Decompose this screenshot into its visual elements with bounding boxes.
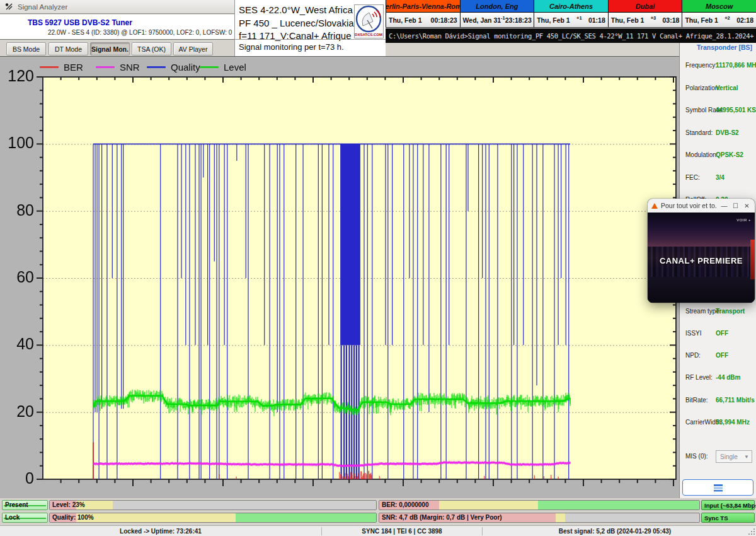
quality-bar-label: Quality: 100%	[52, 514, 94, 521]
field-label: Polarization:	[685, 84, 720, 91]
tab-signal-mon[interactable]: Signal Mon.	[90, 42, 130, 55]
snr-bar-label: SNR: 4,7 dB (Margin: 0,7 dB | Very Poor)	[382, 514, 502, 521]
best-signal-status: Best signal: 5,2 dB (2024-01-29 05:43)	[483, 526, 747, 536]
monitoring-header: SES 4-22.0°W_West Africa PF 450 _ Lucene…	[235, 0, 386, 56]
field-value: 11170,866 MHz	[716, 62, 756, 69]
statusbar: Locked -> Uptime: 73:26:41 SYNC 184 | TE…	[0, 525, 756, 536]
tuner-name: TBS 5927 USB DVB-S2 Tuner	[28, 18, 132, 27]
legend-swatch-level	[200, 66, 219, 68]
chevron-down-icon: ▼	[744, 454, 749, 460]
legend-swatch-ber	[40, 66, 59, 68]
sync-status: SYNC 184 | TEI 6 | CC 3898	[322, 526, 482, 536]
ber-bar: BER: 0,0000000	[379, 500, 700, 510]
field-value: QPSK-S2	[716, 151, 743, 158]
mis-value: Single	[720, 453, 738, 460]
field-value: OFF	[716, 352, 728, 359]
lock-badge: Lock	[2, 513, 48, 523]
resize-grip[interactable]	[748, 528, 755, 535]
ber-bar-label: BER: 0,0000000	[382, 501, 429, 508]
channel-branding: CANAL+ PREMIERE	[648, 256, 755, 265]
input-badge: Input (~63,84 Mbps)	[701, 500, 755, 510]
field-value: 44995,501 KS/s	[716, 107, 756, 114]
signal-chart-panel: BER SNR Quality Level	[0, 57, 679, 498]
level-bar: Level: 23%	[49, 500, 377, 510]
mode-tabs: BS Mode DT Mode Signal Mon. TSA (OK) AV …	[0, 40, 234, 56]
app-icon	[5, 3, 13, 11]
tab-av-player[interactable]: AV Player	[173, 42, 213, 55]
field-label: BitRate:	[685, 397, 708, 404]
clock-utc-offset: -1	[501, 15, 505, 25]
stream-list-button[interactable]	[682, 479, 753, 496]
signal-chart	[0, 57, 679, 498]
header-separator	[235, 39, 386, 40]
clock-date: Thu, Feb 1	[611, 16, 644, 24]
world-clocks: Berlin-Paris-Vienna-Roma Thu, Feb 100:18…	[386, 0, 756, 28]
legend-label-snr: SNR	[120, 62, 140, 73]
monitoring-subtitle: Signal monitoring per t=73 h.	[239, 42, 344, 52]
close-button[interactable]: ✕	[743, 202, 751, 209]
clock-time: 00:18:23	[431, 16, 457, 24]
vlc-cone-icon	[651, 203, 658, 209]
clock-dubai: Dubai Thu, Feb 1+303:18	[608, 0, 682, 28]
legend-label-ber: BER	[64, 62, 83, 73]
present-badge: Present	[2, 500, 48, 510]
field-label: Modulation:	[685, 151, 718, 158]
maximize-button[interactable]: ☐	[731, 202, 740, 209]
clock-city-label: London, Eng	[461, 0, 534, 13]
clock-time: 23:18:23	[505, 16, 532, 24]
clock-utc-offset: +3	[644, 15, 662, 25]
clock-utc-offset: +1	[570, 15, 588, 25]
vlc-window-title: Pour tout voir et to...	[661, 202, 717, 209]
field-label: FEC:	[685, 174, 700, 181]
app-titlebar[interactable]: Signal Analyzer	[0, 0, 234, 14]
quality-bar: Quality: 100%	[49, 513, 377, 523]
clock-city-label: Cairo-Athens	[534, 0, 608, 13]
clock-date: Thu, Feb 1	[685, 16, 718, 24]
clock-moscow: Moscow Thu, Feb 1+202:18	[682, 0, 756, 28]
transponder-title: Transponder [BS]	[697, 44, 752, 51]
field-label: ISSYI	[685, 330, 702, 337]
legend-label-quality: Quality	[171, 62, 200, 73]
vlc-video-area[interactable]: VOIR + CANAL+ PREMIERE	[648, 213, 755, 303]
clock-date: Thu, Feb 1	[389, 16, 422, 24]
clock-city-label: Moscow	[682, 0, 756, 13]
clock-utc-offset	[422, 18, 431, 22]
legend-label-level: Level	[224, 62, 246, 73]
field-value: Transport	[716, 308, 745, 315]
field-value: 66,711 Mbit/s	[716, 397, 755, 404]
field-value: 3/4	[716, 174, 724, 181]
field-value: Vertical	[716, 84, 738, 91]
clock-time: 02:18	[736, 16, 753, 24]
clock-utc-offset: +2	[718, 15, 736, 25]
field-label: Frequency:	[685, 62, 717, 69]
field-value: OFF	[716, 330, 728, 337]
snr-bar: SNR: 4,7 dB (Margin: 0,7 dB | Very Poor)	[379, 513, 700, 523]
dxsatcs-logo: DXSATCS.COM	[354, 4, 384, 38]
minimize-button[interactable]: —	[720, 202, 728, 209]
field-label: Standard:	[685, 129, 713, 136]
command-prompt: C:\Users\Roman Dávid>Signal monitoring_P…	[386, 28, 756, 43]
tab-bs-mode[interactable]: BS Mode	[6, 42, 46, 55]
vlc-titlebar[interactable]: Pour tout voir et to... — ☐ ✕	[648, 199, 755, 213]
field-label: RF Level:	[685, 374, 713, 381]
field-value: -44 dBm	[716, 374, 740, 381]
clock-berlin: Berlin-Paris-Vienna-Roma Thu, Feb 100:18…	[386, 0, 460, 28]
voir-watermark: VOIR +	[736, 218, 751, 222]
window-title: Signal Analyzer	[18, 3, 67, 11]
field-label: NPD:	[685, 352, 701, 359]
mis-label: MIS (0):	[685, 453, 708, 460]
satellite-title: SES 4-22.0°W_West Africa	[239, 4, 353, 15]
tuner-info-box: TBS 5927 USB DVB-S2 Tuner 22.0W - SES 4 …	[0, 15, 234, 40]
uptime-status: Locked -> Uptime: 73:26:41	[0, 526, 321, 536]
clock-city-label: Dubai	[609, 0, 682, 13]
tab-tsa[interactable]: TSA (OK)	[132, 42, 171, 55]
mis-select[interactable]: Single▼	[716, 450, 752, 463]
tab-dt-mode[interactable]: DT Mode	[49, 42, 88, 55]
site-title: PF 450 _ Lucenec/Slovakia	[239, 18, 354, 28]
city-base	[648, 277, 755, 303]
clock-london: London, Eng Wed, Jan 31-123:18:23	[460, 0, 534, 28]
clock-date: Wed, Jan 31	[463, 16, 501, 24]
logo-text: DXSATCS.COM	[355, 33, 382, 37]
field-value: 53,994 MHz	[716, 419, 750, 426]
tuner-details: 22.0W - SES 4 (ID: 3380) @ LOF1: 9750000…	[48, 29, 232, 36]
